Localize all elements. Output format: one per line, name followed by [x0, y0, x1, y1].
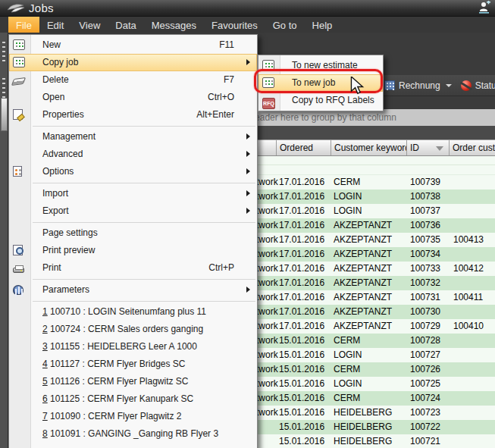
- recent-job-label: 4 101127 : CERM Flyer Bridges SC: [42, 359, 186, 369]
- menu-item-print[interactable]: PrintCtrl+P: [9, 259, 257, 277]
- menubar-item-favourites[interactable]: Favourites: [204, 17, 265, 33]
- column-header-customer-keyword[interactable]: Customer keyword: [331, 140, 407, 155]
- cell-id: 100733: [410, 263, 440, 274]
- splitter-thumb[interactable]: [1, 98, 8, 131]
- menu-item-import[interactable]: Import: [9, 185, 257, 202]
- recent-job-item-7[interactable]: 7 101090 : CERM Flyer Plagwitz 2: [9, 408, 257, 425]
- cell-ordered: 17.01.2016: [279, 249, 324, 259]
- eraser-icon: [11, 77, 26, 86]
- submenu-item-label: To new job: [292, 77, 335, 88]
- user-add-icon[interactable]: [477, 1, 491, 14]
- menu-item-label: Delete: [42, 74, 69, 85]
- cell-order-customer: 100412: [453, 263, 484, 274]
- recent-job-label: 5 101126 : CERM Flyer Plagwitz SC: [42, 376, 189, 387]
- menu-item-export[interactable]: Export: [9, 202, 257, 220]
- menu-item-shortcut: Ctrl+O: [208, 92, 234, 102]
- toolbar-button-rechnung[interactable]: Rechnung: [384, 80, 452, 91]
- menubar-item-file[interactable]: File: [8, 17, 39, 33]
- cell-status: twork: [256, 335, 278, 346]
- menu-item-parameters[interactable]: Parameters: [9, 281, 257, 299]
- job-icon: [262, 60, 274, 70]
- cell-customer-keyword: AKZEPTANZT: [334, 277, 392, 288]
- cell-customer-keyword: AKZEPTANZT: [334, 292, 392, 302]
- preview-icon: [13, 245, 23, 255]
- recent-job-item-6[interactable]: 6 101125 : CERM Flyer Kanupark SC: [9, 390, 257, 408]
- menubar-item-go-to[interactable]: Go to: [265, 17, 305, 33]
- cell-id: 100731: [410, 292, 440, 302]
- menu-item-new[interactable]: NewF11: [9, 36, 257, 54]
- menu-item-delete[interactable]: DeleteF7: [9, 71, 257, 89]
- submenu-item-to-new-job[interactable]: To new job: [258, 74, 383, 92]
- menubar-item-help[interactable]: Help: [305, 17, 340, 33]
- cell-status: twork: [256, 249, 278, 259]
- submenu-item-copy-to-rfq-labels[interactable]: RFQCopy to RFQ Labels: [258, 92, 383, 109]
- recent-job-label: 8 101091 : GANGING _Ganging RB Flyer 3: [42, 428, 218, 439]
- menu-item-options[interactable]: Options: [9, 163, 257, 180]
- recent-job-item-2[interactable]: 2 100724 : CERM Sales orders ganging: [9, 321, 257, 338]
- recent-job-number: 3: [42, 341, 48, 352]
- cell-ordered: 15.01.2016: [279, 364, 324, 374]
- props-icon: [13, 109, 23, 120]
- menu-item-advanced[interactable]: Advanced: [9, 146, 257, 163]
- cell-ordered: 15.01.2016: [279, 378, 324, 389]
- column-header-order-custo[interactable]: Order custo: [450, 140, 495, 155]
- menu-item-management[interactable]: Management: [9, 128, 257, 146]
- recent-job-item-3[interactable]: 3 101155 : HEIDELBERG Leer A 1000: [9, 338, 257, 356]
- submenu-item-label: To new estimate: [292, 60, 358, 70]
- menu-item-copy-job[interactable]: Copy job: [9, 54, 257, 71]
- recent-job-item-1[interactable]: 1 100710 : LOGIN Seitenumfang plus 11: [9, 303, 257, 321]
- job-icon: [13, 57, 25, 67]
- submenu-item-to-new-estimate[interactable]: To new estimate: [258, 57, 383, 74]
- menu-item-properties[interactable]: PropertiesAlt+Enter: [9, 106, 257, 124]
- cell-customer-keyword: CERM: [334, 177, 360, 187]
- splitter-grip[interactable]: [2, 42, 5, 61]
- cell-ordered: 17.01.2016: [279, 306, 324, 317]
- menubar-item-messages[interactable]: Messages: [144, 17, 204, 33]
- cell-ordered: 17.01.2016: [279, 191, 324, 202]
- splitter-grip[interactable]: [2, 78, 5, 98]
- toolbar-button-status-änd[interactable]: Status änd: [461, 80, 495, 91]
- menubar-item-edit[interactable]: Edit: [39, 17, 71, 33]
- menu-item-label: Parameters: [42, 284, 89, 295]
- chevron-down-icon: [446, 84, 452, 87]
- cell-id: 100732: [410, 277, 440, 288]
- recent-job-number: 7: [42, 411, 48, 421]
- cell-order-customer: 100413: [453, 234, 484, 245]
- submenu-item-label: Copy to RFQ Labels: [292, 95, 374, 105]
- cell-ordered: 17.01.2016: [279, 220, 324, 230]
- toolbar-button-label: Status änd: [475, 80, 495, 91]
- menu-item-page-settings[interactable]: Page settings: [9, 224, 257, 242]
- pin-icon: [461, 80, 472, 91]
- cell-customer-keyword: HEIDELBERG: [334, 407, 392, 418]
- cell-ordered: 17.01.2016: [279, 321, 324, 331]
- cell-id: 100730: [410, 306, 440, 317]
- job-icon: [13, 39, 25, 50]
- cell-id: 100723: [410, 407, 440, 418]
- cell-order-customer: 100411: [453, 292, 483, 302]
- menu-item-label: New: [42, 39, 61, 50]
- menu-item-label: Properties: [42, 109, 84, 120]
- cell-ordered: 15.01.2016: [279, 407, 324, 418]
- cell-status: twork: [256, 407, 278, 418]
- menu-item-label: Copy job: [42, 57, 78, 67]
- menu-item-print-preview[interactable]: Print preview: [9, 242, 257, 259]
- menubar-item-view[interactable]: View: [71, 17, 108, 33]
- cell-id: 100725: [410, 378, 440, 389]
- cell-customer-keyword: HEIDELBERG: [334, 436, 392, 446]
- jobs-window: Jobs FileEditViewDataMessagesFavouritesG…: [0, 0, 495, 448]
- menubar-item-data[interactable]: Data: [108, 17, 143, 33]
- recent-job-item-5[interactable]: 5 101126 : CERM Flyer Plagwitz SC: [9, 373, 257, 390]
- copy-job-submenu: To new estimateTo new jobRFQCopy to RFQ …: [258, 55, 384, 111]
- sort-desc-icon: [436, 146, 443, 151]
- cell-status: twork: [256, 321, 278, 331]
- menu-item-open[interactable]: OpenCtrl+O: [9, 89, 257, 106]
- cell-id: 100722: [410, 421, 440, 432]
- cell-id: 100735: [410, 234, 440, 245]
- cell-status: twork: [256, 364, 278, 374]
- column-header-ordered[interactable]: Ordered: [277, 140, 331, 155]
- submenu-arrow-icon: [246, 168, 250, 174]
- column-header-id[interactable]: ID: [407, 140, 450, 155]
- column-header-label: Customer keyword: [334, 143, 407, 153]
- recent-job-item-8[interactable]: 8 101091 : GANGING _Ganging RB Flyer 3: [9, 425, 257, 443]
- recent-job-item-4[interactable]: 4 101127 : CERM Flyer Bridges SC: [9, 356, 257, 373]
